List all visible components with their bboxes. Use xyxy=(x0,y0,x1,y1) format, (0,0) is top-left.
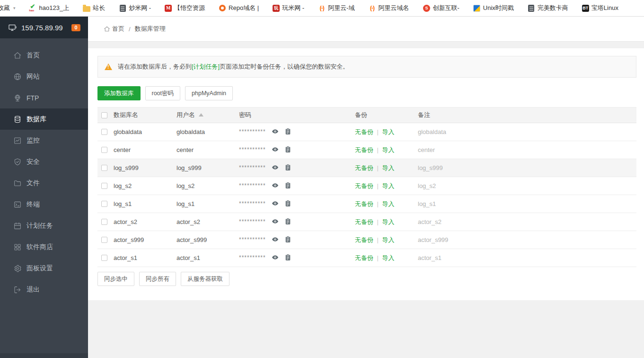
row-checkbox[interactable] xyxy=(101,237,107,243)
bookmark-label[interactable]: 宝塔Linux xyxy=(591,4,618,12)
sync-selected-button[interactable]: 同步选中 xyxy=(97,272,134,286)
bookmark-label[interactable]: 阿里云-域 xyxy=(328,4,354,12)
bookmark-label[interactable]: 站长 xyxy=(93,4,105,12)
row-checkbox[interactable] xyxy=(101,129,107,135)
bookmark-item[interactable]: S创新互联- xyxy=(423,4,459,12)
sort-ascending-icon[interactable] xyxy=(199,113,203,116)
no-backup-link[interactable]: 无备份 xyxy=(355,218,373,225)
sidebar-item-安全[interactable]: 安全 xyxy=(0,151,88,172)
breadcrumb-home-label[interactable]: 首页 xyxy=(112,25,124,33)
bookmark-label[interactable]: 炒米网 - xyxy=(129,4,151,12)
copy-password-clipboard-icon[interactable] xyxy=(285,237,291,244)
show-password-eye-icon[interactable] xyxy=(272,201,281,208)
bookmark-item[interactable]: 完美数卡商 xyxy=(528,4,568,12)
select-all-checkbox[interactable] xyxy=(101,112,107,118)
bookmark-item[interactable]: Unix时间戳 xyxy=(473,4,514,12)
bookmark-label[interactable]: 创新互联- xyxy=(432,4,459,12)
bookmark-label[interactable]: 完美数卡商 xyxy=(538,4,568,12)
folder-line-icon xyxy=(13,179,22,188)
header-username-label[interactable]: 用户名 xyxy=(176,111,195,118)
copy-password-clipboard-icon[interactable] xyxy=(285,183,291,190)
bookmark-label[interactable]: Repo域名 | xyxy=(229,4,259,12)
phpmyadmin-button[interactable]: phpMyAdmin xyxy=(185,86,233,100)
copy-password-clipboard-icon[interactable] xyxy=(285,255,291,262)
sidebar-item-终端[interactable]: 终端 xyxy=(0,194,88,215)
show-password-eye-icon[interactable] xyxy=(272,237,281,244)
bookmark-item[interactable]: 玩玩米网 - xyxy=(273,4,304,12)
bookmark-item[interactable]: (-)阿里云域名 xyxy=(368,4,409,12)
add-database-button[interactable]: 添加数据库 xyxy=(97,86,141,100)
sidebar-item-计划任务[interactable]: 计划任务 xyxy=(0,215,88,236)
import-link[interactable]: 导入 xyxy=(382,182,395,189)
bookmark-item[interactable]: M【悟空资源 xyxy=(165,4,205,12)
bookmark-label[interactable]: 阿里云域名 xyxy=(378,4,409,12)
import-link[interactable]: 导入 xyxy=(382,218,395,225)
no-backup-link[interactable]: 无备份 xyxy=(355,146,373,153)
message-count-badge[interactable]: 0 xyxy=(71,24,80,31)
sidebar-item-label: 退出 xyxy=(26,286,40,294)
sidebar-server-header[interactable]: 159.75.89.99 0 xyxy=(0,17,88,38)
breadcrumb-home-link[interactable]: 首页 xyxy=(104,25,124,33)
sidebar-item-FTP[interactable]: FTP xyxy=(0,87,88,108)
row-checkbox[interactable] xyxy=(101,165,107,171)
import-link[interactable]: 导入 xyxy=(382,254,395,261)
row-checkbox[interactable] xyxy=(101,147,107,153)
no-backup-link[interactable]: 无备份 xyxy=(355,164,373,171)
copy-password-clipboard-icon[interactable] xyxy=(285,129,291,136)
fetch-from-server-button[interactable]: 从服务器获取 xyxy=(181,272,229,286)
backup-cell: 无备份 | 导入 xyxy=(355,123,418,141)
copy-password-clipboard-icon[interactable] xyxy=(285,165,291,172)
cron-tasks-link[interactable]: [计划任务] xyxy=(192,63,220,70)
bookmark-item[interactable]: ✔haohao123_上 xyxy=(29,4,70,12)
sidebar-item-首页[interactable]: 首页 xyxy=(0,45,88,66)
sync-all-button[interactable]: 同步所有 xyxy=(139,272,176,286)
bookmark-item[interactable]: 炒米网 - xyxy=(119,4,151,12)
bookmark-label[interactable]: 【悟空资源 xyxy=(174,4,205,12)
bookmark-label[interactable]: Unix时间戳 xyxy=(483,4,514,12)
password-cell: ********** xyxy=(239,195,355,213)
bookmark-label[interactable]: 玩米网 - xyxy=(282,4,304,12)
copy-password-clipboard-icon[interactable] xyxy=(285,201,291,208)
sidebar-item-软件商店[interactable]: 软件商店 xyxy=(0,236,88,258)
import-link[interactable]: 导入 xyxy=(382,236,395,243)
sidebar-item-数据库[interactable]: 数据库 xyxy=(0,108,88,130)
row-checkbox[interactable] xyxy=(101,183,107,189)
header-username[interactable]: 用户名 xyxy=(176,107,239,123)
import-link[interactable]: 导入 xyxy=(382,128,395,135)
bookmark-item[interactable]: BT宝塔Linux xyxy=(582,4,618,12)
copy-password-clipboard-icon[interactable] xyxy=(285,219,291,226)
sidebar: 159.75.89.99 0 首页网站FTP数据库监控安全文件终端计划任务软件商… xyxy=(0,17,88,358)
sidebar-item-网站[interactable]: 网站 xyxy=(0,66,88,87)
row-checkbox[interactable] xyxy=(101,219,107,225)
show-password-eye-icon[interactable] xyxy=(272,219,281,226)
sidebar-item-监控[interactable]: 监控 xyxy=(0,130,88,151)
sidebar-item-退出[interactable]: 退出 xyxy=(0,279,88,300)
show-password-eye-icon[interactable] xyxy=(272,147,281,154)
bookmark-item[interactable]: (-)阿里云-域 xyxy=(318,4,354,12)
no-backup-link[interactable]: 无备份 xyxy=(355,236,373,243)
bookmark-label[interactable]: 收藏 xyxy=(0,4,10,12)
root-password-button[interactable]: root密码 xyxy=(145,86,181,100)
import-link[interactable]: 导入 xyxy=(382,146,395,153)
no-backup-link[interactable]: 无备份 xyxy=(355,200,373,207)
import-link[interactable]: 导入 xyxy=(382,200,395,207)
bookmark-item[interactable]: Repo域名 | xyxy=(219,4,259,12)
no-backup-link[interactable]: 无备份 xyxy=(355,128,373,135)
chevron-down-icon: ▾ xyxy=(13,6,16,10)
bookmark-item[interactable]: 收藏▾ xyxy=(0,4,16,12)
copy-password-clipboard-icon[interactable] xyxy=(285,147,291,154)
no-backup-link[interactable]: 无备份 xyxy=(355,182,373,189)
import-link[interactable]: 导入 xyxy=(382,164,395,171)
show-password-eye-icon[interactable] xyxy=(272,165,281,172)
show-password-eye-icon[interactable] xyxy=(272,255,281,262)
sidebar-item-面板设置[interactable]: 面板设置 xyxy=(0,258,88,279)
bookmark-item[interactable]: 站长 xyxy=(83,4,105,12)
row-checkbox[interactable] xyxy=(101,201,107,207)
show-password-eye-icon[interactable] xyxy=(272,129,281,136)
sidebar-item-文件[interactable]: 文件 xyxy=(0,172,88,194)
show-password-eye-icon[interactable] xyxy=(272,183,281,190)
bookmark-label[interactable]: hao123_上 xyxy=(39,4,70,12)
username-cell: log_s1 xyxy=(176,195,239,213)
no-backup-link[interactable]: 无备份 xyxy=(355,254,373,261)
row-checkbox[interactable] xyxy=(101,255,107,261)
